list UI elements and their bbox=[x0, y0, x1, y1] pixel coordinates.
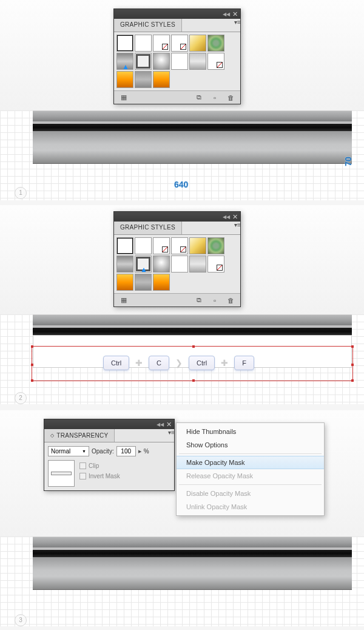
metal-bar-top bbox=[33, 314, 352, 325]
panel-flyout-icon[interactable]: ▾≡ bbox=[232, 222, 240, 234]
key-c: C bbox=[149, 356, 169, 370]
panel-tab-graphic-styles[interactable]: GRAPHIC STYLES bbox=[114, 222, 182, 234]
close-icon[interactable]: ✕ bbox=[232, 10, 238, 18]
metal-bar-top bbox=[33, 110, 352, 121]
new-style-icon[interactable]: ▫ bbox=[210, 93, 220, 102]
metal-body bbox=[33, 557, 352, 590]
plus-icon: ✚ bbox=[135, 358, 143, 368]
swatch-gold[interactable] bbox=[189, 237, 206, 254]
step-circle-2: 2 bbox=[15, 392, 27, 404]
swatch-shadow[interactable] bbox=[135, 35, 152, 52]
swatch-default[interactable] bbox=[116, 35, 133, 52]
panel-header[interactable]: ◀◀ ✕ bbox=[114, 212, 240, 222]
dimension-height: 70 bbox=[343, 157, 353, 166]
panel-header[interactable]: ◀◀ ✕ bbox=[114, 9, 240, 19]
break-link-icon[interactable]: ⧉ bbox=[194, 296, 204, 305]
swatch-grid bbox=[116, 237, 238, 291]
swatch-silver[interactable] bbox=[189, 256, 206, 273]
swatch-orange-1[interactable] bbox=[116, 274, 133, 291]
swatch-none-3[interactable] bbox=[207, 256, 224, 273]
key-ctrl-2: Ctrl bbox=[189, 356, 215, 370]
close-icon[interactable]: ✕ bbox=[232, 213, 238, 221]
swatch-gold[interactable] bbox=[189, 35, 206, 52]
collapse-icon[interactable]: ◀◀ bbox=[223, 12, 230, 17]
menu-item-show-options[interactable]: Show Options bbox=[177, 438, 324, 452]
panel-tab-transparency[interactable]: ◇TRANSPARENCY bbox=[44, 429, 115, 442]
key-f: F bbox=[234, 356, 254, 370]
arrow-up-icon bbox=[141, 268, 147, 273]
metal-body bbox=[33, 131, 352, 164]
step-circle-1: 1 bbox=[15, 187, 27, 199]
clip-checkbox[interactable]: Clip bbox=[79, 462, 120, 469]
collapse-icon[interactable]: ◀◀ bbox=[157, 422, 164, 427]
metal-bar-top bbox=[33, 537, 352, 547]
swatch-silver[interactable] bbox=[189, 53, 206, 70]
key-ctrl: Ctrl bbox=[103, 356, 129, 370]
swatch-metal[interactable] bbox=[116, 256, 133, 273]
swatch-orange-1[interactable] bbox=[116, 71, 133, 88]
swatch-radial[interactable] bbox=[153, 256, 170, 273]
collapse-icon[interactable]: ◀◀ bbox=[223, 214, 230, 220]
shortcut-row: Ctrl ✚ C ❯ Ctrl ✚ F bbox=[103, 356, 254, 370]
opacity-input[interactable] bbox=[116, 446, 136, 456]
swatch-green[interactable] bbox=[207, 237, 224, 254]
swatch-none-1[interactable] bbox=[153, 237, 170, 254]
swatch-none-3[interactable] bbox=[207, 53, 224, 70]
step-circle-3: 3 bbox=[15, 614, 27, 626]
metal-black-strip bbox=[33, 328, 352, 335]
panel-header[interactable]: ◀◀ ✕ bbox=[44, 419, 174, 429]
swatch-gray[interactable] bbox=[135, 274, 152, 291]
menu-item-make-opacity-mask[interactable]: Make Opacity Mask bbox=[177, 456, 324, 469]
panel-tab-graphic-styles[interactable]: GRAPHIC STYLES bbox=[114, 19, 182, 32]
swatch-frame[interactable] bbox=[135, 53, 152, 70]
opacity-unit: % bbox=[144, 448, 149, 455]
menu-item-unlink-opacity-mask: Unlink Opacity Mask bbox=[177, 500, 324, 513]
graphic-styles-panel: ◀◀ ✕ GRAPHIC STYLES ▾≡ ▦ bbox=[113, 8, 241, 104]
swatch-metal[interactable] bbox=[116, 53, 133, 70]
metal-black-strip bbox=[33, 124, 352, 131]
opacity-label: Opacity: bbox=[92, 448, 114, 455]
panel-flyout-icon[interactable]: ▾≡ bbox=[232, 19, 240, 32]
swatch-grid bbox=[116, 35, 238, 88]
plus-icon: ✚ bbox=[221, 358, 228, 368]
arrow-up-icon bbox=[123, 65, 129, 70]
swatch-white[interactable] bbox=[171, 256, 188, 273]
menu-separator bbox=[179, 484, 322, 485]
swatch-none-2[interactable] bbox=[171, 35, 188, 52]
menu-item-hide-thumbnails[interactable]: Hide Thumbnails bbox=[177, 425, 324, 438]
swatch-white[interactable] bbox=[171, 53, 188, 70]
menu-separator bbox=[179, 453, 322, 454]
swatch-gray[interactable] bbox=[135, 71, 152, 88]
menu-item-disable-opacity-mask: Disable Opacity Mask bbox=[177, 487, 324, 500]
mask-thumbnail[interactable] bbox=[48, 460, 75, 487]
dimension-width: 640 bbox=[174, 180, 188, 189]
new-style-icon[interactable]: ▫ bbox=[210, 296, 220, 305]
close-icon[interactable]: ✕ bbox=[166, 421, 172, 428]
trash-icon[interactable]: 🗑 bbox=[226, 296, 235, 305]
swatch-shadow[interactable] bbox=[135, 237, 152, 254]
flyout-menu: Hide Thumbnails Show Options Make Opacit… bbox=[176, 422, 325, 516]
library-icon[interactable]: ▦ bbox=[119, 296, 129, 305]
transparency-panel: ◀◀ ✕ ◇TRANSPARENCY ▾≡ Normal▼ Opacity: ▶… bbox=[44, 419, 175, 491]
trash-icon[interactable]: 🗑 bbox=[226, 93, 235, 102]
menu-item-release-opacity-mask: Release Opacity Mask bbox=[177, 469, 324, 483]
graphic-styles-panel: ◀◀ ✕ GRAPHIC STYLES ▾≡ ▦ bbox=[113, 211, 241, 307]
library-icon[interactable]: ▦ bbox=[119, 93, 129, 102]
swatch-none-2[interactable] bbox=[171, 237, 188, 254]
invert-mask-checkbox[interactable]: Invert Mask bbox=[79, 473, 120, 479]
swatch-default[interactable] bbox=[116, 237, 133, 254]
metal-black-strip bbox=[33, 550, 352, 557]
swatch-none-1[interactable] bbox=[153, 35, 170, 52]
break-link-icon[interactable]: ⧉ bbox=[194, 93, 204, 102]
panel-flyout-icon[interactable]: ▾≡ bbox=[166, 429, 174, 442]
chevron-right-icon: ❯ bbox=[175, 358, 183, 368]
chevron-right-icon[interactable]: ▶ bbox=[138, 449, 141, 454]
swatch-orange-2[interactable] bbox=[153, 274, 170, 291]
swatch-frame[interactable] bbox=[135, 256, 152, 273]
swatch-radial[interactable] bbox=[153, 53, 170, 70]
blend-mode-select[interactable]: Normal▼ bbox=[48, 446, 89, 456]
swatch-green[interactable] bbox=[207, 35, 224, 52]
swatch-orange-2[interactable] bbox=[153, 71, 170, 88]
